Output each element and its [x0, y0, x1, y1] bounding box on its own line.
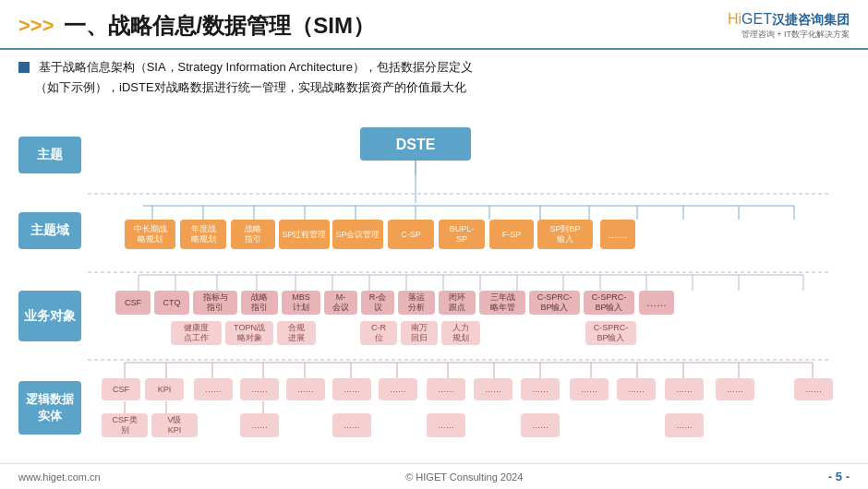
domain-node-2: 年度战略规划	[180, 220, 226, 249]
logic2-node-3: ……	[240, 413, 279, 437]
logic-node-5: ……	[286, 378, 325, 400]
intro-line1: 基于战略信息架构（SIA，Strategy Information Archit…	[39, 60, 473, 74]
label-domain: 主题域	[18, 212, 81, 249]
domain-node-6: C-SP	[388, 220, 434, 249]
logic-node-csf: CSF	[102, 378, 140, 400]
logic2-node-1: CSF类别	[102, 413, 148, 437]
logic-node-15: ……	[794, 378, 833, 400]
biz-node-11: C-SPRC-BP输入	[529, 291, 580, 315]
page-title: 一、战略信息/数据管理（SIM）	[64, 11, 375, 41]
biz-node-5: MBS计划	[282, 291, 320, 315]
logic2-node-6: ……	[521, 413, 560, 437]
biz-node-4: 战略指引	[241, 291, 278, 315]
biz2-node-4: C-R位	[360, 321, 397, 345]
domain-node-8: F-SP	[489, 220, 534, 249]
domain-node-ellipsis: ……	[600, 220, 635, 249]
logo-hi: Hi	[728, 11, 741, 27]
logic-node-12: ……	[617, 378, 656, 400]
label-theme: 主题	[18, 137, 81, 173]
biz2-node-2: TOPN战略对象	[225, 321, 273, 345]
biz-node-12: C-SPRC-BP输入	[584, 291, 634, 315]
logo-company: 汉捷咨询集团	[772, 12, 850, 27]
decorative-arrows: >>>	[18, 14, 54, 38]
logic2-node-5: ……	[427, 413, 465, 437]
biz-node-6: M-会议	[324, 291, 357, 315]
logo-get: GET	[741, 11, 772, 27]
domain-node-5: SP会议管理	[332, 220, 383, 249]
logic-node-10: ……	[521, 378, 560, 400]
logic2-node-2: V级KPI	[151, 413, 198, 437]
domain-node-1: 中长期战略规划	[125, 220, 175, 249]
biz-node-8: 落运分析	[398, 291, 435, 315]
domain-node-9: SP到BP输入	[537, 220, 593, 249]
biz2-node-1: 健康度点工作	[171, 321, 222, 345]
logic-node-3: ……	[194, 378, 233, 400]
biz-node-7: R-会议	[361, 291, 394, 315]
logo-brand: HiGET汉捷咨询集团	[728, 11, 850, 29]
logic-node-11: ……	[570, 378, 609, 400]
header: >>> 一、战略信息/数据管理（SIM） HiGET汉捷咨询集团 管理咨询 + …	[0, 0, 868, 50]
logic-node-6: ……	[332, 378, 371, 400]
biz-node-3: 指标与指引	[193, 291, 237, 315]
footer: www.higet.com.cn © HIGET Consulting 2024…	[0, 463, 868, 489]
intro-section: 基于战略信息架构（SIA，Strategy Information Archit…	[0, 50, 868, 111]
label-business: 业务对象	[18, 291, 81, 341]
logic-node-14: ……	[716, 378, 754, 400]
bullet-icon	[18, 62, 30, 73]
biz-node-9: 闭环跟点	[439, 291, 476, 315]
logic-node-7: ……	[379, 378, 417, 400]
logo-area: HiGET汉捷咨询集团 管理咨询 + IT数字化解决方案	[728, 11, 850, 41]
logic-node-13: ……	[665, 378, 704, 400]
logo-subtitle: 管理咨询 + IT数字化解决方案	[741, 29, 850, 41]
label-logic: 逻辑数据实体	[18, 381, 81, 435]
biz2-node-7: C-SPRC-BP输入	[585, 321, 636, 345]
footer-copyright: © HIGET Consulting 2024	[405, 471, 523, 483]
footer-page: - 5 -	[828, 470, 850, 483]
biz2-node-5: 南万回归	[401, 321, 438, 345]
logic-node-9: ……	[474, 378, 512, 400]
logic2-node-7: ……	[665, 413, 704, 437]
biz-node-10: 三年战略年管	[479, 291, 525, 315]
node-dste: DSTE	[360, 127, 471, 161]
logic-node-4: ……	[240, 378, 279, 400]
logic2-node-4: ……	[332, 413, 371, 437]
biz-node-ctq: CTQ	[154, 291, 189, 315]
diagram-area: 主题 DSTE 主题域 中长期战略规划 年度战略规划 战略指引 SP过程管理 S…	[18, 111, 850, 443]
domain-node-7: BUPL-SP	[439, 220, 485, 249]
domain-node-4: SP过程管理	[279, 220, 330, 249]
footer-website: www.higet.com.cn	[18, 471, 101, 483]
biz2-node-3: 合规进展	[277, 321, 316, 345]
biz-node-csf: CSF	[115, 291, 151, 315]
logic-node-kpi: KPI	[145, 378, 184, 400]
intro-line2: （如下示例），iDSTE对战略数据进行统一管理，实现战略数据资产的价值最大化	[18, 80, 466, 94]
intro-text: 基于战略信息架构（SIA，Strategy Information Archit…	[18, 57, 850, 98]
biz-node-ellipsis: ……	[639, 291, 674, 315]
domain-node-3: 战略指引	[231, 220, 275, 249]
logic-node-8: ……	[427, 378, 465, 400]
biz2-node-6: 人力规划	[441, 321, 480, 345]
